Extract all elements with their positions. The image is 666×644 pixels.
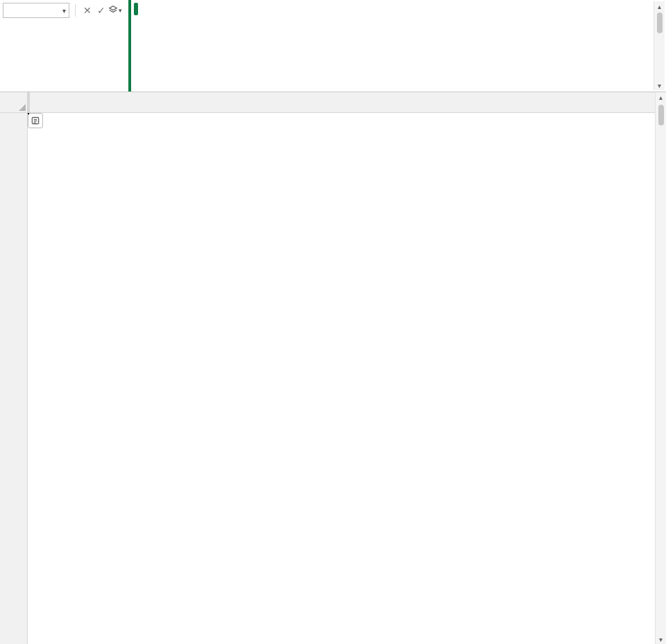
scroll-thumb[interactable]	[657, 12, 663, 33]
enter-button[interactable]: ✓	[95, 4, 108, 17]
card-icon	[31, 116, 40, 125]
name-box-area: ▾ ✕ ✓ ▾	[0, 0, 124, 21]
formula-editor-wrap: ▴ ▾	[128, 0, 666, 92]
layers-icon	[108, 5, 118, 17]
formula-bar-buttons: ✕ ✓ ▾	[81, 3, 121, 18]
scroll-up-arrow-icon[interactable]: ▴	[654, 1, 665, 11]
formula-editor[interactable]	[138, 0, 666, 92]
check-icon: ✓	[97, 5, 105, 16]
formula-bar: ▾ ✕ ✓ ▾ ▴	[0, 0, 666, 92]
cancel-button[interactable]: ✕	[81, 4, 94, 17]
cells-area[interactable]	[28, 113, 655, 644]
row-headers	[0, 113, 28, 644]
scroll-thumb[interactable]	[658, 105, 664, 125]
chevron-down-icon: ▾	[62, 7, 66, 15]
vertical-scrollbar[interactable]: ▴ ▾	[655, 92, 666, 644]
name-box[interactable]: ▾	[3, 3, 69, 18]
scroll-up-arrow-icon[interactable]: ▴	[656, 92, 666, 102]
grid: ▴ ▾	[0, 92, 666, 644]
column-header-c[interactable]	[29, 92, 30, 112]
column-headers	[28, 92, 655, 113]
python-output-button[interactable]: ▾	[109, 4, 121, 17]
formula-scrollbar[interactable]: ▴ ▾	[654, 1, 665, 90]
data-card-button[interactable]	[28, 113, 43, 128]
chevron-down-icon: ▾	[119, 7, 122, 14]
scroll-down-arrow-icon[interactable]: ▾	[654, 80, 665, 90]
select-all-cell[interactable]	[0, 92, 28, 113]
divider	[75, 4, 76, 17]
scroll-down-arrow-icon[interactable]: ▾	[656, 634, 666, 644]
extracted-dates-region	[28, 113, 29, 114]
close-icon: ✕	[83, 5, 92, 16]
